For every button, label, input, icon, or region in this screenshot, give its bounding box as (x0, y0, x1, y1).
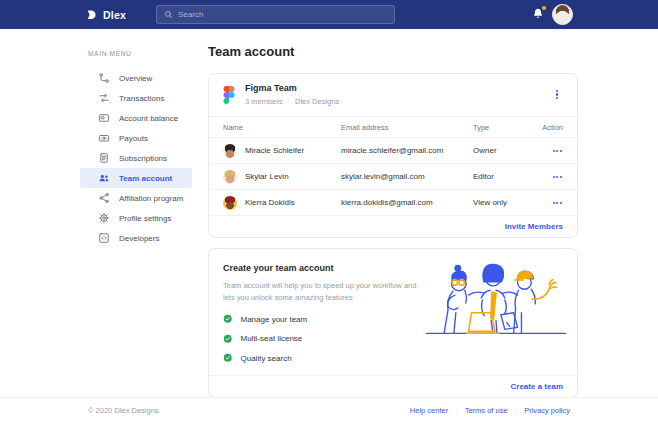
sidebar-item-label: Subscriptions (119, 154, 167, 163)
search-icon (164, 10, 173, 19)
team-meta: Figma Team 3 members · Dlex Designs (245, 83, 551, 106)
top-navbar: Dlex (0, 0, 658, 29)
row-actions-button[interactable] (552, 147, 563, 155)
column-header-email: Email address (341, 123, 473, 132)
avatar (223, 170, 237, 184)
check-icon (223, 353, 233, 363)
dot-separator: · (455, 406, 458, 415)
member-type: View only (473, 198, 535, 207)
member-type: Editor (473, 172, 535, 181)
page-title: Team account (208, 44, 578, 59)
brand-logo-icon (85, 8, 98, 22)
gear-icon (98, 212, 110, 224)
affiliation-icon (98, 192, 110, 204)
sidebar-item-label: Profile settings (119, 214, 171, 223)
member-email: kierra.dokidis@gmail.com (341, 198, 473, 207)
member-type: Owner (473, 146, 535, 155)
column-header-type: Type (473, 123, 535, 132)
sidebar: MAIN MENU Overview Transactions (80, 50, 192, 248)
feature-label: Multi-seat license (241, 334, 303, 343)
help-center-link[interactable]: Help center (410, 406, 448, 415)
search-input[interactable] (178, 10, 387, 19)
sidebar-item-label: Team account (119, 174, 172, 183)
brand-name: Dlex (103, 9, 126, 21)
dot-separator: · (515, 406, 518, 415)
check-icon (223, 334, 233, 344)
page-footer: © 2020 Dlex Designs. Help center · Terms… (0, 397, 658, 415)
payouts-icon (98, 132, 110, 144)
member-name: Miracle Schleifer (245, 146, 304, 155)
privacy-policy-link[interactable]: Privacy policy (524, 406, 570, 415)
search-box (156, 5, 395, 24)
transactions-icon (98, 92, 110, 104)
table-header: Name Email address Type Action (209, 116, 577, 138)
sidebar-item-label: Payouts (119, 134, 148, 143)
row-actions-button[interactable] (552, 173, 563, 181)
member-name: Skylar Levin (245, 172, 289, 181)
terms-of-use-link[interactable]: Terms of use (465, 406, 508, 415)
account-balance-icon (98, 112, 110, 124)
column-header-name: Name (223, 123, 341, 132)
table-footer: Invite Members (209, 216, 577, 237)
invite-members-link[interactable]: Invite Members (505, 222, 563, 231)
team-illustration (421, 254, 571, 348)
sidebar-item-overview[interactable]: Overview (80, 68, 192, 88)
check-icon (223, 314, 233, 324)
footer-links: Help center · Terms of use · Privacy pol… (410, 406, 570, 415)
sidebar-item-label: Transactions (119, 94, 165, 103)
figma-logo-icon (223, 86, 235, 104)
create-team-card: Create your team account Team account wi… (208, 248, 578, 398)
table-row: Miracle Schleifer miracle.schleifer@gmai… (209, 138, 577, 164)
feature-item: Quality search (223, 353, 563, 363)
team-card-header: Figma Team 3 members · Dlex Designs (209, 74, 577, 116)
app-window: Dlex MAIN MENU Overvi (0, 0, 658, 426)
notifications-button[interactable] (531, 7, 546, 22)
create-team-description: Team account will help you to speed up y… (223, 280, 428, 303)
create-team-footer: Create a team (209, 375, 577, 397)
sidebar-item-team-account[interactable]: Team account (80, 168, 192, 188)
main-content: Team account Figma Team 3 members (208, 40, 578, 398)
sidebar-section-label: MAIN MENU (80, 50, 192, 57)
column-header-action: Action (535, 123, 563, 132)
sidebar-item-developers[interactable]: Developers (80, 228, 192, 248)
member-email: skylar.levin@gmail.com (341, 172, 473, 181)
sidebar-item-label: Affiliation program (119, 194, 183, 203)
feature-label: Quality search (241, 354, 292, 363)
sidebar-item-account-balance[interactable]: Account balance (80, 108, 192, 128)
table-row: Skylar Levin skylar.levin@gmail.com Edit… (209, 164, 577, 190)
team-menu-button[interactable] (551, 87, 563, 103)
member-email: miracle.schleifer@gmail.com (341, 146, 473, 155)
team-name: Figma Team (245, 83, 551, 93)
sidebar-item-label: Account balance (119, 114, 178, 123)
team-account-icon (98, 172, 110, 184)
create-team-body: Create your team account Team account wi… (209, 249, 577, 375)
sidebar-item-payouts[interactable]: Payouts (80, 128, 192, 148)
sidebar-item-label: Overview (119, 74, 152, 83)
developers-icon (98, 232, 110, 244)
sidebar-item-profile-settings[interactable]: Profile settings (80, 208, 192, 228)
sidebar-item-label: Developers (119, 234, 159, 243)
team-members-count: 3 members (245, 97, 283, 106)
team-subtitle: 3 members · Dlex Designs (245, 97, 551, 106)
sidebar-item-affiliation-program[interactable]: Affiliation program (80, 188, 192, 208)
table-row: Kierra Dokidis kierra.dokidis@gmail.com … (209, 190, 577, 216)
team-card: Figma Team 3 members · Dlex Designs Name… (208, 73, 578, 238)
sidebar-item-transactions[interactable]: Transactions (80, 88, 192, 108)
overview-icon (98, 72, 110, 84)
subscriptions-icon (98, 152, 110, 164)
create-team-link[interactable]: Create a team (511, 382, 563, 391)
avatar (223, 144, 237, 158)
sidebar-item-subscriptions[interactable]: Subscriptions (80, 148, 192, 168)
team-org: Dlex Designs (295, 97, 339, 106)
brand-logo[interactable]: Dlex (85, 0, 126, 29)
notification-dot (542, 6, 546, 10)
copyright-text: © 2020 Dlex Designs. (88, 406, 161, 415)
dot-separator: · (288, 97, 291, 106)
row-actions-button[interactable] (552, 199, 563, 207)
feature-label: Manage your team (241, 315, 308, 324)
user-avatar[interactable] (552, 4, 573, 25)
avatar (223, 196, 237, 210)
member-name: Kierra Dokidis (245, 198, 295, 207)
